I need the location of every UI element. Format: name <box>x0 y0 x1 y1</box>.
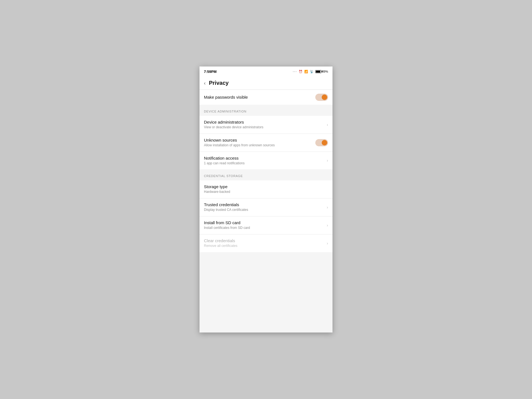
storage-type-subtitle: Hardware-backed <box>204 190 328 194</box>
clear-credentials-title: Clear credentials <box>204 238 324 243</box>
status-time: 7:59PM <box>204 70 217 74</box>
install-from-sd-text: Install from SD card Install certificate… <box>204 220 324 230</box>
unknown-sources-text: Unknown sources Allow installation of ap… <box>204 138 313 148</box>
make-passwords-text: Make passwords visible <box>204 95 313 100</box>
status-icons: ··· ⏰ 📶 📡 89% <box>293 70 328 73</box>
clear-credentials-subtitle: Remove all certificates <box>204 244 324 248</box>
trusted-credentials-subtitle: Display trusted CA certificates <box>204 208 324 212</box>
phone-container: 7:59PM ··· ⏰ 📶 📡 89% ‹ Privacy Make pass… <box>200 66 332 332</box>
clear-credentials-text: Clear credentials Remove all certificate… <box>204 238 324 248</box>
storage-type-item[interactable]: Storage type Hardware-backed <box>200 180 332 198</box>
device-administrators-text: Device administrators View or deactivate… <box>204 120 324 130</box>
clear-credentials-item[interactable]: Clear credentials Remove all certificate… <box>200 234 332 252</box>
install-from-sd-item[interactable]: Install from SD card Install certificate… <box>200 216 332 234</box>
device-admin-group: Device administrators View or deactivate… <box>200 116 332 169</box>
storage-type-title: Storage type <box>204 184 328 189</box>
storage-type-text: Storage type Hardware-backed <box>204 184 328 194</box>
toggle-track <box>315 94 328 101</box>
battery-box <box>315 70 321 73</box>
toggle-thumb <box>322 94 327 100</box>
trusted-credentials-text: Trusted credentials Display trusted CA c… <box>204 202 324 212</box>
page-title: Privacy <box>209 80 229 86</box>
battery-fill <box>316 71 320 73</box>
dots-icon: ··· <box>293 70 297 73</box>
device-admin-section-header: DEVICE ADMINISTRATION <box>200 105 332 116</box>
chevron-icon: › <box>327 223 328 227</box>
unknown-sources-subtitle: Allow installation of apps from unknown … <box>204 143 313 148</box>
notification-access-text: Notification access 1 app can read notif… <box>204 156 324 166</box>
toggle-track <box>315 139 328 146</box>
passwords-group: Make passwords visible <box>200 90 332 105</box>
credential-storage-section-header: CREDENTIAL STORAGE <box>200 169 332 180</box>
wifi-icon: 📶 <box>304 70 308 73</box>
chevron-icon: › <box>327 122 328 127</box>
battery-indicator: 89% <box>315 70 328 73</box>
notification-access-subtitle: 1 app can read notifications <box>204 161 324 166</box>
signal-icon: 📡 <box>310 70 314 73</box>
toggle-thumb <box>322 140 327 145</box>
trusted-credentials-item[interactable]: Trusted credentials Display trusted CA c… <box>200 198 332 216</box>
chevron-icon: › <box>327 205 328 209</box>
install-from-sd-subtitle: Install certificates from SD card <box>204 226 324 230</box>
make-passwords-visible-item[interactable]: Make passwords visible <box>200 90 332 105</box>
device-admin-label: DEVICE ADMINISTRATION <box>204 110 247 113</box>
status-bar: 7:59PM ··· ⏰ 📶 📡 89% <box>200 66 332 76</box>
back-button[interactable]: ‹ <box>204 81 206 86</box>
credential-storage-group: Storage type Hardware-backed Trusted cre… <box>200 180 332 252</box>
battery-percent: 89% <box>322 70 328 73</box>
device-administrators-item[interactable]: Device administrators View or deactivate… <box>200 116 332 134</box>
credential-storage-label: CREDENTIAL STORAGE <box>204 174 243 178</box>
install-from-sd-title: Install from SD card <box>204 220 324 225</box>
notification-access-title: Notification access <box>204 156 324 160</box>
unknown-sources-title: Unknown sources <box>204 138 313 142</box>
device-administrators-title: Device administrators <box>204 120 324 124</box>
chevron-icon: › <box>327 158 328 163</box>
make-passwords-title: Make passwords visible <box>204 95 313 99</box>
header: ‹ Privacy <box>200 76 332 90</box>
notification-access-item[interactable]: Notification access 1 app can read notif… <box>200 152 332 170</box>
alarm-icon: ⏰ <box>299 70 303 73</box>
unknown-sources-item[interactable]: Unknown sources Allow installation of ap… <box>200 134 332 152</box>
make-passwords-toggle[interactable] <box>315 94 328 101</box>
unknown-sources-toggle[interactable] <box>315 139 328 146</box>
trusted-credentials-title: Trusted credentials <box>204 202 324 207</box>
chevron-icon: › <box>327 241 328 245</box>
device-administrators-subtitle: View or deactivate device administrators <box>204 125 324 130</box>
settings-content: Make passwords visible DEVICE ADMINISTRA… <box>200 90 332 252</box>
